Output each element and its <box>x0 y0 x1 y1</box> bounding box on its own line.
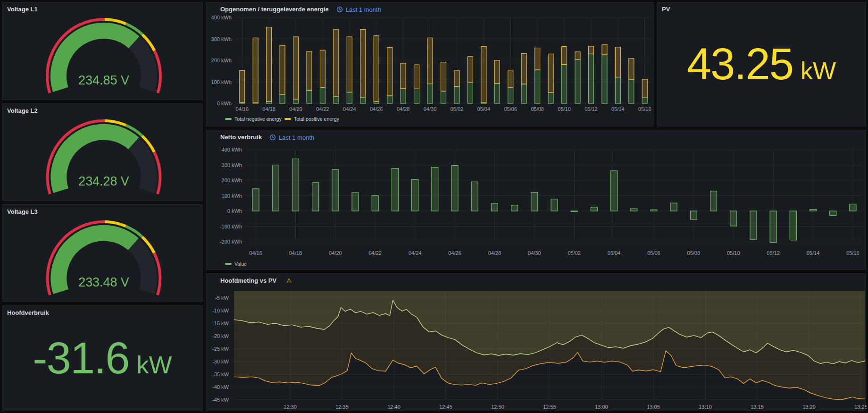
svg-text:04/24: 04/24 <box>409 250 422 256</box>
svg-text:04/22: 04/22 <box>368 250 382 256</box>
svg-text:04/28: 04/28 <box>488 250 501 256</box>
svg-text:13:10: 13:10 <box>699 404 712 410</box>
svg-text:Total negative energy: Total negative energy <box>234 116 282 122</box>
svg-text:05/14: 05/14 <box>807 250 820 256</box>
svg-text:04/18: 04/18 <box>289 250 302 256</box>
panel-pv: PV 43.25 kW <box>657 2 866 126</box>
svg-text:-15 kW: -15 kW <box>212 320 229 326</box>
svg-text:05/14: 05/14 <box>611 106 625 112</box>
svg-text:400 kWh: 400 kWh <box>211 15 232 20</box>
svg-text:-200 kWh: -200 kWh <box>220 239 242 244</box>
clock-icon <box>336 6 343 13</box>
energy-bar-chart[interactable]: 0 kWh100 kWh200 kWh300 kWh400 kWh04/1604… <box>206 2 654 127</box>
svg-text:0 kWh: 0 kWh <box>217 101 232 106</box>
voltage-l1-gauge: 234.85 V <box>2 2 203 101</box>
time-range-label: Last 1 month <box>346 6 381 13</box>
time-range-badge[interactable]: Last 1 month <box>269 134 314 141</box>
svg-text:13:05: 13:05 <box>647 404 660 410</box>
svg-text:05/06: 05/06 <box>647 250 660 256</box>
svg-text:300 kWh: 300 kWh <box>222 162 242 168</box>
panel-voltage-l2: Voltage L2 234.28 V <box>2 103 203 201</box>
svg-text:04/28: 04/28 <box>397 106 410 112</box>
stat-unit: kW <box>137 353 172 377</box>
svg-text:300 kWh: 300 kWh <box>211 36 232 42</box>
panel-title[interactable]: Netto verbruik <box>220 134 262 141</box>
svg-text:04/16: 04/16 <box>249 250 262 256</box>
svg-text:200 kWh: 200 kWh <box>211 58 232 63</box>
svg-text:-5 kW: -5 kW <box>215 295 229 301</box>
stat-value: 43.25 <box>687 42 793 86</box>
panel-hoofdmeting-chart: Hoofdmeting vs PV ⚠ -5 kW-10 kW-15 kW-20… <box>206 273 866 411</box>
svg-text:233.48 V: 233.48 V <box>78 275 129 289</box>
svg-text:-35 kW: -35 kW <box>212 371 229 377</box>
svg-text:05/02: 05/02 <box>451 106 464 112</box>
svg-text:234.85 V: 234.85 V <box>78 73 129 87</box>
panel-title[interactable]: Opgenomen / teruggeleverde energie <box>220 6 329 13</box>
svg-text:12:30: 12:30 <box>284 404 297 410</box>
svg-text:05/08: 05/08 <box>531 106 544 112</box>
svg-text:04/20: 04/20 <box>289 106 302 112</box>
svg-text:-30 kW: -30 kW <box>212 359 229 364</box>
svg-text:0 kWh: 0 kWh <box>227 208 242 214</box>
svg-text:04/20: 04/20 <box>329 250 342 256</box>
svg-text:12:35: 12:35 <box>335 404 349 410</box>
voltage-l3-gauge: 233.48 V <box>2 205 203 303</box>
svg-text:04/30: 04/30 <box>424 106 437 112</box>
time-range-label: Last 1 month <box>279 134 314 141</box>
pv-stat: 43.25 kW <box>657 2 866 126</box>
svg-text:05/10: 05/10 <box>558 106 571 112</box>
svg-text:12:40: 12:40 <box>387 404 401 410</box>
stat-value: -31.6 <box>33 336 129 380</box>
svg-text:05/02: 05/02 <box>568 250 581 256</box>
hoofdverbruik-stat: -31.6 kW <box>2 306 202 411</box>
svg-text:05/08: 05/08 <box>687 250 701 256</box>
panel-hoofdverbruik: Hoofdverbruik -31.6 kW <box>2 305 203 411</box>
svg-text:-10 kW: -10 kW <box>212 308 229 313</box>
stat-unit: kW <box>801 59 836 83</box>
svg-text:04/30: 04/30 <box>528 250 541 256</box>
svg-text:200 kWh: 200 kWh <box>222 177 242 183</box>
svg-text:05/12: 05/12 <box>767 250 780 256</box>
svg-text:04/26: 04/26 <box>370 106 383 112</box>
svg-text:05/16: 05/16 <box>846 250 860 256</box>
svg-text:400 kWh: 400 kWh <box>222 147 242 152</box>
svg-text:Value: Value <box>234 261 247 267</box>
svg-text:-45 kW: -45 kW <box>212 397 229 403</box>
svg-text:Total positive energy: Total positive energy <box>294 116 339 122</box>
hoofdmeting-line-chart[interactable]: -5 kW-10 kW-15 kW-20 kW-25 kW-30 kW-35 k… <box>206 274 867 412</box>
panel-voltage-l3: Voltage L3 233.48 V <box>2 204 203 302</box>
panel-voltage-l1: Voltage L1 234.85 V <box>2 2 203 100</box>
svg-text:-100 kWh: -100 kWh <box>220 224 242 229</box>
svg-text:05/16: 05/16 <box>638 106 651 112</box>
svg-text:13:25: 13:25 <box>854 404 867 410</box>
svg-text:04/26: 04/26 <box>448 250 461 256</box>
panel-energy-chart: Opgenomen / teruggeleverde energie Last … <box>206 2 654 126</box>
voltage-l2-gauge: 234.28 V <box>2 104 203 202</box>
svg-text:04/16: 04/16 <box>235 106 249 112</box>
svg-text:-25 kW: -25 kW <box>212 346 229 352</box>
svg-text:12:50: 12:50 <box>491 404 504 410</box>
svg-text:05/12: 05/12 <box>584 106 598 112</box>
netto-bar-chart[interactable]: -200 kWh-100 kWh0 kWh100 kWh200 kWh300 k… <box>206 130 867 270</box>
svg-text:12:45: 12:45 <box>439 404 452 410</box>
clock-icon <box>269 134 276 141</box>
svg-text:13:20: 13:20 <box>802 404 816 410</box>
svg-text:13:00: 13:00 <box>595 404 608 410</box>
svg-text:04/22: 04/22 <box>316 106 329 112</box>
svg-text:12:55: 12:55 <box>543 404 556 410</box>
svg-text:234.28 V: 234.28 V <box>78 174 129 188</box>
svg-text:05/04: 05/04 <box>608 250 621 256</box>
svg-text:05/04: 05/04 <box>477 106 491 112</box>
time-range-badge[interactable]: Last 1 month <box>336 6 381 13</box>
svg-text:13:15: 13:15 <box>751 404 764 410</box>
warning-icon[interactable]: ⚠ <box>286 278 292 284</box>
panel-title[interactable]: Hoofdmeting vs PV <box>220 277 276 285</box>
svg-text:-20 kW: -20 kW <box>212 333 229 339</box>
svg-text:04/24: 04/24 <box>343 106 356 112</box>
svg-text:100 kWh: 100 kWh <box>211 79 232 85</box>
svg-text:04/18: 04/18 <box>262 106 275 112</box>
svg-text:05/06: 05/06 <box>504 106 517 112</box>
panel-netto-chart: Netto verbruik Last 1 month -200 kWh-100… <box>206 130 866 270</box>
svg-text:100 kWh: 100 kWh <box>222 193 242 199</box>
svg-text:-40 kW: -40 kW <box>212 384 229 390</box>
